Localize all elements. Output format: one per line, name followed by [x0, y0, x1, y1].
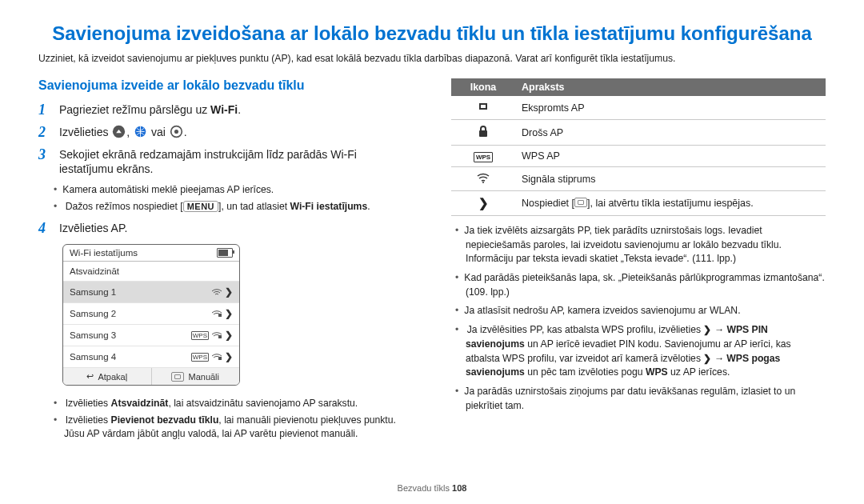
step-2-body: Izvēlieties , vai .: [59, 125, 187, 141]
table-row: Ekspromts AP: [451, 96, 826, 120]
wifi-lock-icon: [211, 331, 222, 339]
svg-point-10: [482, 182, 484, 183]
wps-tag-icon: WPS: [191, 331, 209, 340]
wifi-settings-panel: Wi-Fi iestatījums Atsvaidzināt Samsung 1…: [62, 244, 240, 386]
wifi-signal-icon: [211, 288, 222, 296]
after-panel-bullet-1: Izvēlieties Atsvaidzināt, lai atsvaidzin…: [38, 397, 413, 410]
right-bullet-1: Ja tiek izvēlēts aizsargāts PP, tiek par…: [451, 224, 826, 266]
chevron-right-icon: ❯: [225, 351, 233, 362]
svg-rect-5: [218, 335, 222, 338]
fn-key-icon: [171, 372, 184, 382]
svg-rect-8: [481, 105, 486, 108]
right-bullet-5: Ja parādās uznirstošais ziņojums par dat…: [451, 385, 826, 413]
menu-key-icon: MENU: [183, 201, 218, 212]
right-bullet-4: Ja izvēlēsities PP, kas atbalsta WPS pro…: [451, 323, 826, 380]
step-1-body: Pagrieziet režīmu pārslēgu uz Wi-Fi.: [59, 102, 241, 118]
chevron-right-icon: ❯: [703, 353, 711, 364]
left-subtitle: Savienojuma izveide ar lokālo bezvadu tī…: [38, 78, 413, 93]
page-footer: Bezvadu tīkls 108: [0, 483, 864, 493]
svg-rect-9: [479, 130, 487, 137]
step3-bullet-1: Kamera automātiski meklē pieejamas AP ie…: [38, 183, 413, 197]
wifi-lock-icon: [211, 310, 222, 318]
wifi-lock-icon: [211, 353, 222, 361]
chevron-right-icon: ❯: [225, 286, 233, 298]
svg-rect-4: [218, 314, 222, 317]
step-number-1: 1: [38, 102, 51, 118]
table-row: WPS WPS AP: [451, 146, 826, 167]
panel-title: Wi-Fi iestatījums: [70, 248, 138, 258]
after-panel-bullet-2: Izvēlieties Pievienot bezvadu tīklu, lai…: [38, 414, 413, 441]
ring-icon: [170, 125, 183, 138]
wifi-signal-icon: [476, 172, 490, 183]
battery-icon: [217, 248, 233, 258]
panel-ap-row[interactable]: Samsung 3 WPS ❯: [63, 325, 239, 346]
panel-back-button[interactable]: ↩Atpakaļ: [63, 368, 152, 385]
step-3-body: Sekojiet ekrānā redzamajām instrukcijām …: [59, 147, 413, 178]
svg-point-3: [174, 130, 178, 134]
adhoc-ap-icon: [477, 101, 490, 112]
chevron-right-icon: ❯: [225, 308, 233, 319]
lock-icon: [478, 125, 489, 138]
back-arrow-icon: ↩: [86, 371, 94, 382]
step-number-2: 2: [38, 125, 51, 141]
table-row: ❯ Nospiediet [], lai atvērtu tīkla iesta…: [451, 191, 826, 216]
step3-bullet-2: Dažos režīmos nospiediet [MENU], un tad …: [38, 200, 413, 214]
step-4-body: Izvēlieties AP.: [59, 221, 127, 237]
panel-manual-button[interactable]: Manuāli: [152, 368, 240, 385]
page-title: Savienojuma izveidošana ar lokālo bezvad…: [38, 22, 826, 45]
panel-refresh-row[interactable]: Atsvaidzināt: [63, 262, 239, 282]
table-row: Drošs AP: [451, 120, 826, 146]
icon-legend-table: Ikona Apraksts Ekspromts AP Drošs AP WPS…: [451, 78, 826, 216]
panel-ap-row[interactable]: Samsung 4 WPS ❯: [63, 346, 239, 368]
chevron-right-icon: ❯: [703, 324, 711, 335]
cloud-upload-icon: [112, 125, 126, 138]
table-header-desc: Apraksts: [515, 78, 826, 96]
panel-ap-row[interactable]: Samsung 2 ❯: [63, 303, 239, 325]
right-bullet-3: Ja atlasīsit nedrošu AP, kamera izveidos…: [451, 304, 826, 318]
intro-text: Uzziniet, kā izveidot savienojumu ar pie…: [38, 53, 826, 64]
right-bullet-2: Kad parādās pieteikšanās lapa, sk. „Piet…: [451, 271, 826, 299]
wps-tag-icon: WPS: [474, 152, 493, 162]
globe-icon: [134, 125, 147, 138]
table-header-icon: Ikona: [451, 78, 515, 96]
chevron-right-icon: ❯: [478, 196, 489, 210]
svg-rect-6: [218, 357, 222, 360]
action-key-icon: [574, 198, 587, 207]
step-number-4: 4: [38, 221, 51, 237]
panel-ap-row[interactable]: Samsung 1 ❯: [63, 282, 239, 303]
wps-tag-icon: WPS: [191, 353, 209, 362]
step-number-3: 3: [38, 147, 51, 178]
chevron-right-icon: ❯: [225, 330, 233, 341]
table-row: Signāla stiprums: [451, 167, 826, 191]
